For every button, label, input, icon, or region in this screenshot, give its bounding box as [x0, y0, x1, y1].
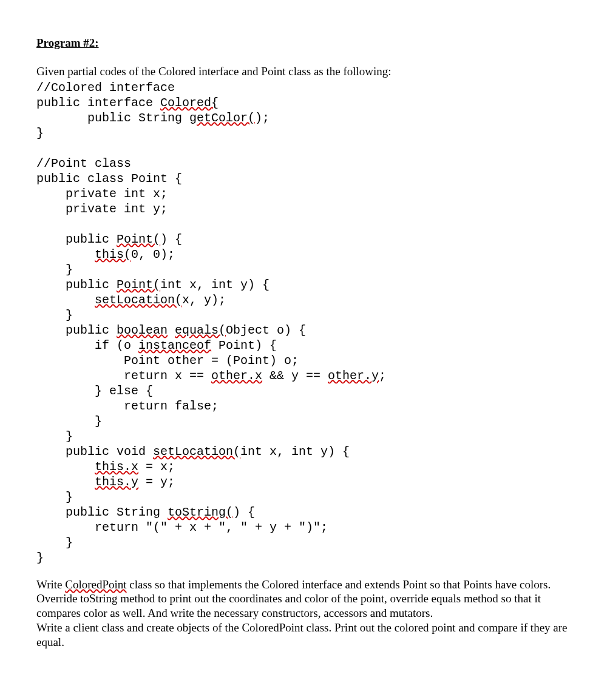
code-line: }	[36, 414, 102, 428]
code-line: public String	[36, 505, 168, 519]
code-squiggle: boolean	[117, 323, 168, 337]
code-text: Object o) {	[226, 323, 306, 337]
code-line: public class Point {	[36, 172, 182, 186]
code-line: }	[36, 551, 44, 565]
code-line: public void	[36, 445, 153, 459]
code-text: Point) {	[211, 338, 277, 352]
code-squiggle: Point(	[117, 232, 160, 246]
code-text: x, y);	[182, 293, 226, 307]
code-text: = x;	[138, 460, 175, 474]
code-line: public	[36, 232, 117, 246]
code-line: }	[36, 429, 73, 443]
code-block: //Colored interface public interface Col…	[36, 80, 571, 565]
code-squiggle: setLocation(	[153, 445, 240, 459]
code-text: && y ==	[262, 369, 328, 383]
code-line: private int y;	[36, 202, 168, 216]
code-line: public	[36, 278, 117, 292]
code-text: int x, int y) {	[240, 445, 350, 459]
code-squiggle: Colored{	[160, 96, 219, 110]
code-line: return "(" + x + ", " + y + ")";	[36, 520, 328, 534]
code-line	[36, 247, 95, 261]
code-line: public	[36, 323, 117, 337]
code-line: //Point class	[36, 156, 131, 170]
code-line: }	[36, 263, 73, 277]
code-squiggle: other.y	[328, 369, 379, 383]
code-line: }	[36, 308, 73, 322]
code-text	[168, 323, 175, 337]
code-line: }	[36, 126, 44, 140]
code-text: ) {	[233, 505, 255, 519]
code-line: } else {	[36, 384, 153, 398]
code-line	[36, 460, 95, 474]
instructions: Write ColoredPoint class so that impleme…	[36, 577, 571, 650]
code-line: return false;	[36, 399, 219, 413]
code-line: if (o	[36, 338, 138, 352]
code-line: //Colored interface	[36, 81, 175, 95]
code-line: Point other = (Point) o;	[36, 354, 299, 368]
code-line: return x ==	[36, 369, 211, 383]
code-squiggle: this.x	[95, 460, 138, 474]
code-line: public String	[36, 111, 189, 125]
code-line: public interface	[36, 96, 160, 110]
code-squiggle: other.x	[211, 369, 262, 383]
code-line	[36, 293, 95, 307]
intro-text: Given partial codes of the Colored inter…	[36, 65, 571, 79]
code-text: 0, 0);	[131, 247, 175, 261]
instructions-p2: Write a client class and create objects …	[36, 621, 571, 650]
code-squiggle: this.y	[95, 475, 138, 489]
text: Write	[36, 578, 65, 591]
code-text: ;	[379, 369, 386, 383]
code-squiggle: toString(	[168, 505, 233, 519]
code-text: int x, int y) {	[160, 278, 270, 292]
code-line: private int x;	[36, 187, 168, 201]
code-line: }	[36, 536, 73, 550]
code-squiggle: Point(	[117, 278, 160, 292]
code-squiggle: equals(	[175, 323, 226, 337]
code-squiggle: getColor(	[189, 111, 255, 125]
code-text: = y;	[138, 475, 175, 489]
code-line	[36, 475, 95, 489]
instructions-p1: Write ColoredPoint class so that impleme…	[36, 577, 571, 621]
code-squiggle: instanceof	[138, 338, 211, 352]
squiggle-word: ColoredPoint	[65, 578, 126, 591]
program-heading: Program #2:	[36, 36, 571, 50]
code-text: );	[255, 111, 270, 125]
code-squiggle: setLocation(	[95, 293, 182, 307]
code-line: }	[36, 490, 73, 504]
code-squiggle: this(	[95, 247, 131, 261]
code-text: ) {	[160, 232, 182, 246]
